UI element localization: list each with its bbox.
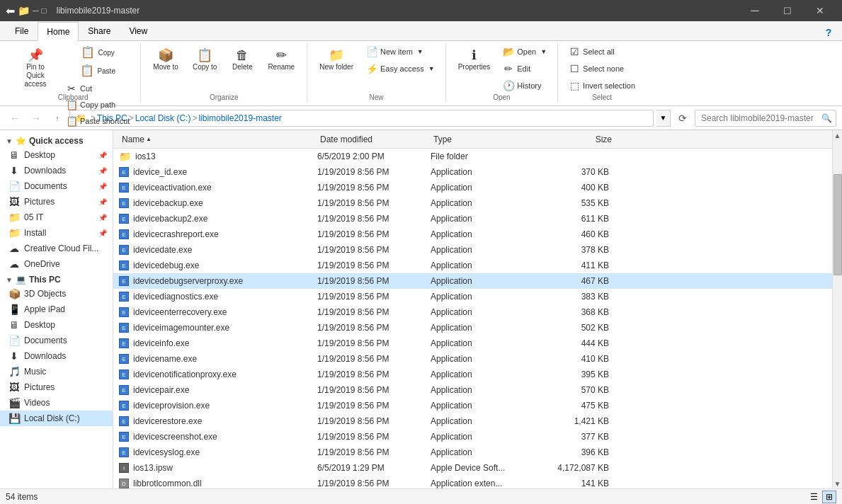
sidebar-item-music[interactable]: 🎵 Music [0, 364, 113, 379]
sidebar-item-desktop-pc[interactable]: 🖥 Desktop [0, 317, 113, 333]
table-row[interactable]: E idevicediagnostics.exe 1/19/2019 8:56 … [113, 289, 832, 304]
table-row[interactable]: E idevicescreenshot.exe 1/19/2019 8:56 P… [113, 429, 832, 445]
move-to-button[interactable]: 📦 Move to [147, 44, 185, 76]
table-row[interactable]: E ideviceprovision.exe 1/19/2019 8:56 PM… [113, 398, 832, 413]
scroll-up[interactable]: ▲ [833, 130, 843, 140]
table-row[interactable]: E idevicepair.exe 1/19/2019 8:56 PM Appl… [113, 382, 832, 398]
table-row[interactable]: E ideviceenterrecovery.exe 1/19/2019 8:5… [113, 304, 832, 320]
sidebar-item-05it[interactable]: 📁 05 IT 📌 [0, 210, 113, 225]
col-header-date[interactable]: Date modified [317, 134, 431, 144]
search-input[interactable] [695, 110, 836, 127]
minimize-button[interactable]: ─ [739, 0, 771, 21]
tab-home[interactable]: Home [38, 22, 79, 41]
new-item-icon: 📄 [366, 46, 377, 57]
delete-button[interactable]: 🗑 Delete [224, 44, 260, 76]
select-all-button[interactable]: ☑ Select all [564, 44, 640, 59]
scrollbar[interactable]: ▲ ▼ [832, 130, 842, 488]
table-row[interactable]: E ideviceactivation.exe 1/19/2019 8:56 P… [113, 180, 832, 195]
paste-shortcut-button[interactable]: 📋 Paste shortcut [61, 113, 135, 129]
file-size: 502 KB [544, 323, 615, 333]
table-row[interactable]: E ideviceinfo.exe 1/19/2019 8:56 PM Appl… [113, 336, 832, 351]
sidebar-item-videos[interactable]: 🎬 Videos [0, 395, 113, 411]
tab-share[interactable]: Share [79, 21, 120, 40]
details-view-button[interactable]: ☰ [807, 491, 821, 503]
new-folder-button[interactable]: 📁 New folder [313, 44, 360, 76]
table-row[interactable]: E idevicebackup2.exe 1/19/2019 8:56 PM A… [113, 211, 832, 227]
history-button[interactable]: 🕐 History [498, 78, 552, 93]
file-type: Application [431, 245, 544, 255]
table-row[interactable]: E idevicedebug.exe 1/19/2019 8:56 PM App… [113, 258, 832, 273]
scroll-thumb[interactable] [834, 174, 842, 275]
sidebar-item-install[interactable]: 📁 Install 📌 [0, 225, 113, 241]
address-bar[interactable]: 📁 > This PC > Local Disk (C:) > libimobi… [69, 110, 654, 127]
large-icons-view-button[interactable]: ⊞ [822, 491, 836, 503]
sidebar-item-pictures[interactable]: 🖼 Pictures 📌 [0, 194, 113, 210]
table-row[interactable]: E idevicedebugserverproxy.exe 1/19/2019 … [113, 273, 832, 289]
select-none-button[interactable]: ☐ Select none [564, 61, 640, 76]
sidebar-item-onedrive[interactable]: ☁ OneDrive [0, 256, 113, 272]
path-local-disk[interactable]: Local Disk (C:) [135, 113, 191, 123]
sidebar-item-apple-ipad[interactable]: 📱 Apple iPad [0, 302, 113, 317]
ribbon: 📌 Pin to Quick access 📋 Copy 📋 Paste ✂ C… [0, 41, 842, 106]
col-header-size[interactable]: Size [544, 134, 615, 144]
file-type: Application [431, 385, 544, 395]
paste-button[interactable]: 📋 Paste [61, 62, 135, 79]
table-row[interactable]: E ideviceimagemounter.exe 1/19/2019 8:56… [113, 320, 832, 336]
table-row[interactable]: D libbrotlcommon.dll 1/19/2019 8:56 PM A… [113, 476, 832, 488]
rename-icon: ✏ [276, 49, 287, 62]
col-header-name[interactable]: Name ▲ [119, 134, 317, 144]
table-row[interactable]: E idevicename.exe 1/19/2019 8:56 PM Appl… [113, 351, 832, 367]
sidebar-item-downloads-pc[interactable]: ⬇ Downloads [0, 348, 113, 364]
rename-button[interactable]: ✏ Rename [261, 44, 301, 76]
tab-view[interactable]: View [120, 21, 157, 40]
sidebar-item-desktop[interactable]: 🖥 Desktop 📌 [0, 147, 113, 163]
table-row[interactable]: E idevicebackup.exe 1/19/2019 8:56 PM Ap… [113, 195, 832, 211]
table-row[interactable]: E idevicesyslog.exe 1/19/2019 8:56 PM Ap… [113, 445, 832, 460]
sidebar-item-documents-pc[interactable]: 📄 Documents [0, 333, 113, 348]
apple-ipad-icon: 📱 [8, 304, 20, 315]
edit-button[interactable]: ✏ Edit [498, 61, 552, 76]
refresh-button[interactable]: ⟳ [673, 109, 692, 127]
path-current-folder[interactable]: libimobile2019-master [198, 113, 281, 123]
invert-selection-button[interactable]: ⬚ Invert selection [564, 78, 640, 93]
title-bar-restore[interactable]: □ [42, 6, 47, 16]
sidebar-item-creative-cloud[interactable]: ☁ Creative Cloud Fil... [0, 241, 113, 256]
table-row[interactable]: E idevicenotificationproxy.exe 1/19/2019… [113, 367, 832, 382]
maximize-button[interactable]: ☐ [771, 0, 804, 21]
downloads-pc-icon: ⬇ [8, 350, 20, 362]
table-row[interactable]: E idevicedate.exe 1/19/2019 8:56 PM Appl… [113, 242, 832, 258]
table-row[interactable]: I ios13.ipsw 6/5/2019 1:29 PM Apple Devi… [113, 460, 832, 476]
sidebar-item-downloads[interactable]: ⬇ Downloads 📌 [0, 163, 113, 178]
pin-indicator-pic: 📌 [98, 198, 107, 206]
open-button[interactable]: 📂 Open ▼ [498, 44, 552, 59]
sidebar-item-documents[interactable]: 📄 Documents 📌 [0, 178, 113, 194]
file-name: E ideviceactivation.exe [119, 183, 317, 193]
this-pc-header[interactable]: ▼ 💻 This PC [0, 272, 113, 286]
documents-pc-label: Documents [24, 336, 67, 345]
close-button[interactable]: ✕ [804, 0, 836, 21]
table-row[interactable]: 📁 ios13 6/5/2019 2:00 PM File folder [113, 149, 832, 164]
title-bar-title: libimobile2019-master [57, 6, 140, 16]
address-dropdown[interactable]: ▼ [656, 110, 671, 127]
help-button[interactable]: ? [821, 25, 836, 40]
table-row[interactable]: E idevicerestore.exe 1/19/2019 8:56 PM A… [113, 413, 832, 429]
sidebar-item-pictures-pc[interactable]: 🖼 Pictures [0, 379, 113, 395]
col-header-type[interactable]: Type [431, 134, 544, 144]
scroll-down[interactable]: ▼ [833, 479, 843, 488]
sidebar-item-local-disk[interactable]: 💾 Local Disk (C:) [0, 411, 113, 426]
quick-access-icon[interactable]: ⬅ [6, 4, 15, 18]
table-row[interactable]: E idevice_id.exe 1/19/2019 8:56 PM Appli… [113, 164, 832, 180]
easy-access-button[interactable]: ⚡ Easy access ▼ [361, 61, 440, 76]
file-size: 535 KB [544, 198, 615, 208]
copy-button[interactable]: 📋 Copy [61, 44, 135, 61]
properties-button[interactable]: ℹ Properties [452, 44, 497, 76]
table-row[interactable]: E idevicecrashreport.exe 1/19/2019 8:56 … [113, 227, 832, 242]
tab-file[interactable]: File [6, 21, 38, 40]
sidebar-item-3d-objects[interactable]: 📦 3D Objects [0, 286, 113, 302]
title-bar-minimize[interactable]: ─ [33, 6, 39, 16]
pin-quick-access-button[interactable]: 📌 Pin to Quick access [11, 44, 59, 93]
easy-access-icon: ⚡ [366, 63, 377, 74]
new-item-button[interactable]: 📄 New item ▼ [361, 44, 440, 59]
copy-to-button[interactable]: 📋 Copy to [186, 44, 223, 76]
desktop-pc-icon: 🖥 [8, 319, 20, 331]
